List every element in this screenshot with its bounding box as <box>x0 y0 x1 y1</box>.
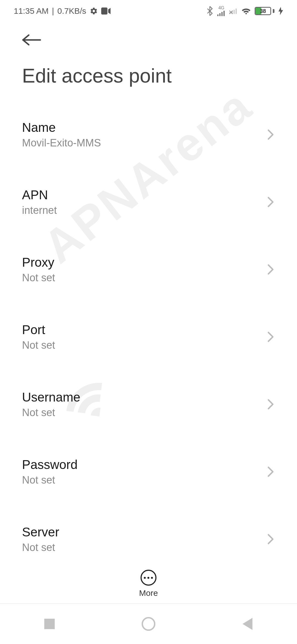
charging-icon <box>278 7 283 15</box>
setting-label: Port <box>22 322 266 337</box>
setting-username[interactable]: Username Not set <box>22 379 275 430</box>
status-right: 4G 38 <box>206 6 283 16</box>
setting-value: Not set <box>22 339 266 351</box>
setting-label: Server <box>22 525 266 539</box>
status-left: 11:35 AM | 0.7KB/s <box>14 6 111 16</box>
battery-icon: 38 <box>255 7 274 15</box>
svg-rect-2 <box>219 13 221 16</box>
chevron-right-icon <box>266 400 275 409</box>
svg-rect-0 <box>101 7 108 15</box>
svg-rect-7 <box>233 10 235 14</box>
status-separator: | <box>52 6 54 16</box>
wifi-icon <box>241 7 251 15</box>
battery-pct: 38 <box>255 8 270 14</box>
signal-nosim-icon <box>229 8 238 14</box>
setting-label: Proxy <box>22 255 266 270</box>
setting-value: Not set <box>22 407 266 419</box>
chevron-right-icon <box>266 535 275 544</box>
navigation-bar <box>0 603 297 644</box>
setting-value: Not set <box>22 272 266 284</box>
status-time: 11:35 AM <box>14 6 49 16</box>
bluetooth-icon <box>206 6 213 16</box>
settings-list: Name Movil-Exito-MMS APN internet Proxy … <box>0 109 297 559</box>
setting-label: APN <box>22 187 266 202</box>
square-icon <box>44 619 55 629</box>
more-button[interactable]: More <box>139 570 158 598</box>
gear-icon <box>90 7 98 15</box>
setting-value: internet <box>22 204 266 216</box>
nav-recents-button[interactable] <box>43 617 56 631</box>
setting-label: Username <box>22 390 266 405</box>
setting-server[interactable]: Server Not set <box>22 514 275 559</box>
status-data-rate: 0.7KB/s <box>57 6 86 16</box>
setting-apn[interactable]: APN internet <box>22 176 275 227</box>
page-title: Edit access point <box>0 53 297 109</box>
signal-4g-icon: 4G <box>217 6 226 16</box>
svg-rect-4 <box>224 11 225 16</box>
more-label: More <box>139 588 158 598</box>
chevron-right-icon <box>266 467 275 476</box>
setting-name[interactable]: Name Movil-Exito-MMS <box>22 109 275 160</box>
setting-port[interactable]: Port Not set <box>22 311 275 362</box>
status-bar: 11:35 AM | 0.7KB/s 4G 38 <box>0 0 297 22</box>
circle-icon <box>142 617 155 631</box>
setting-label: Password <box>22 457 266 472</box>
setting-label: Name <box>22 120 266 135</box>
nav-home-button[interactable] <box>142 617 155 631</box>
setting-value: Not set <box>22 474 266 486</box>
chevron-right-icon <box>266 332 275 341</box>
setting-value: Movil-Exito-MMS <box>22 137 266 149</box>
svg-rect-8 <box>236 9 237 14</box>
bottom-toolbar: More <box>0 564 297 603</box>
nav-back-button[interactable] <box>241 617 254 631</box>
chevron-right-icon <box>266 198 275 206</box>
svg-rect-1 <box>217 15 219 16</box>
chevron-right-icon <box>266 265 275 274</box>
chevron-right-icon <box>266 130 275 139</box>
more-icon <box>141 570 156 586</box>
setting-value: Not set <box>22 542 266 553</box>
triangle-left-icon <box>243 618 252 630</box>
setting-proxy[interactable]: Proxy Not set <box>22 244 275 295</box>
arrow-left-icon <box>22 43 41 48</box>
video-icon <box>101 7 111 15</box>
back-button[interactable] <box>0 22 297 53</box>
setting-password[interactable]: Password Not set <box>22 446 275 497</box>
svg-rect-3 <box>221 12 223 16</box>
